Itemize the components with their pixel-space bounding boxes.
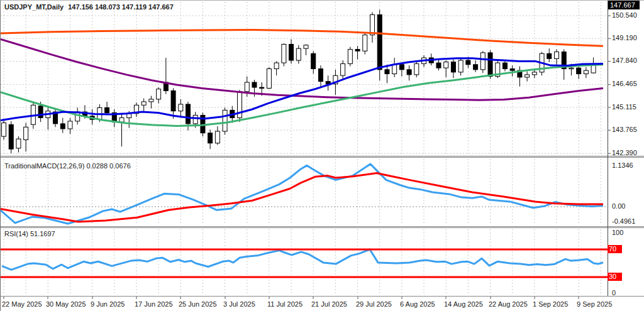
date-tick: 22 May 2025: [2, 300, 42, 308]
chart-title: USDJPY_MT,Daily 147.156 148.073 147.119 …: [4, 3, 176, 11]
date-tick: 25 Jun 2025: [179, 300, 217, 308]
rsi-level-70-label: 70: [608, 245, 622, 253]
date-tick: 21 Jul 2025: [311, 300, 347, 308]
ohlc-quote-label: 147.156 148.073 147.119 147.667: [68, 3, 174, 11]
macd-indicator-label: TraditionalMACD(12,26,9) 0.0288 0.0676: [4, 162, 131, 170]
current-price-label: 147.667: [608, 1, 640, 9]
date-tick: 14 Aug 2025: [444, 300, 483, 308]
price-tick: 147.840: [612, 57, 637, 65]
date-tick: 30 May 2025: [46, 300, 86, 308]
date-tick: 11 Jul 2025: [267, 300, 303, 308]
date-tick: 6 Aug 2025: [400, 300, 435, 308]
symbol-period-label: USDJPY_MT,Daily: [4, 3, 64, 11]
price-tick: 142.390: [612, 149, 637, 157]
date-tick: 17 Jun 2025: [135, 300, 173, 308]
rsi-axis-100: 100: [612, 229, 623, 237]
rsi-indicator-label: RSI(14) 51.1697: [4, 230, 55, 238]
macd-axis-min: -0.4961: [612, 217, 635, 226]
chart-canvas[interactable]: [1, 1, 644, 311]
price-tick: 150.540: [612, 11, 637, 19]
date-tick: 9 Sep 2025: [577, 300, 612, 308]
rsi-level-30-label: 30: [608, 273, 622, 281]
macd-axis-zero: 0.00: [612, 202, 625, 210]
date-tick: 22 Aug 2025: [489, 300, 528, 308]
date-tick: 29 Jul 2025: [356, 300, 392, 308]
price-tick: 146.465: [612, 80, 637, 88]
price-tick: 145.115: [612, 103, 636, 111]
date-tick: 3 Jul 2025: [223, 300, 255, 308]
rsi-axis-0: 0: [612, 289, 616, 297]
date-tick: 9 Jun 2025: [91, 300, 125, 308]
chart-window: USDJPY_MT,Daily 147.156 148.073 147.119 …: [0, 0, 644, 311]
macd-axis-max: 1.1346: [612, 161, 633, 170]
price-tick: 149.190: [612, 34, 637, 42]
date-tick: 1 Sep 2025: [533, 300, 568, 308]
price-tick: 143.765: [612, 126, 637, 134]
